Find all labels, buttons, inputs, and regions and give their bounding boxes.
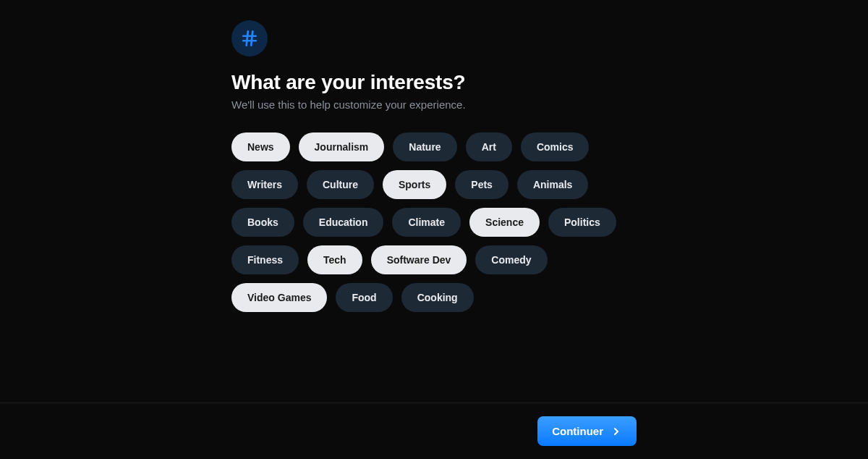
interest-pill[interactable]: Art [466, 132, 512, 161]
hashtag-icon-circle [231, 20, 268, 56]
interest-pill[interactable]: Food [336, 283, 392, 312]
interest-pill[interactable]: Nature [393, 132, 456, 161]
hashtag-icon [240, 29, 259, 48]
interest-pill[interactable]: Writers [231, 170, 298, 199]
interest-pill[interactable]: Software Dev [371, 245, 467, 274]
interest-pill[interactable]: Animals [517, 170, 588, 199]
interest-pill[interactable]: Culture [307, 170, 374, 199]
interest-pill[interactable]: Politics [548, 208, 616, 237]
interest-pill[interactable]: Science [469, 208, 540, 237]
interest-pill[interactable]: Video Games [231, 283, 327, 312]
page-subtitle: We'll use this to help customize your ex… [231, 98, 637, 111]
interest-pill[interactable]: News [231, 132, 290, 161]
interests-list: NewsJournalismNatureArtComicsWritersCult… [231, 132, 637, 312]
interest-pill[interactable]: Climate [392, 208, 461, 237]
interest-pill[interactable]: Education [303, 208, 384, 237]
svg-line-2 [247, 31, 248, 46]
interest-pill[interactable]: Comedy [475, 245, 547, 274]
interest-pill[interactable]: Books [231, 208, 294, 237]
interest-pill[interactable]: Journalism [299, 132, 385, 161]
continue-button-label: Continuer [552, 425, 603, 437]
chevron-right-icon [610, 426, 622, 437]
svg-line-3 [251, 31, 252, 46]
interest-pill[interactable]: Comics [521, 132, 590, 161]
interest-pill[interactable]: Pets [455, 170, 509, 199]
continue-button[interactable]: Continuer [537, 416, 637, 446]
footer-bar: Continuer [0, 403, 868, 459]
page-title: What are your interests? [231, 71, 637, 94]
interest-pill[interactable]: Fitness [231, 245, 299, 274]
interest-pill[interactable]: Cooking [401, 283, 474, 312]
interest-pill[interactable]: Sports [383, 170, 446, 199]
interest-pill[interactable]: Tech [307, 245, 362, 274]
